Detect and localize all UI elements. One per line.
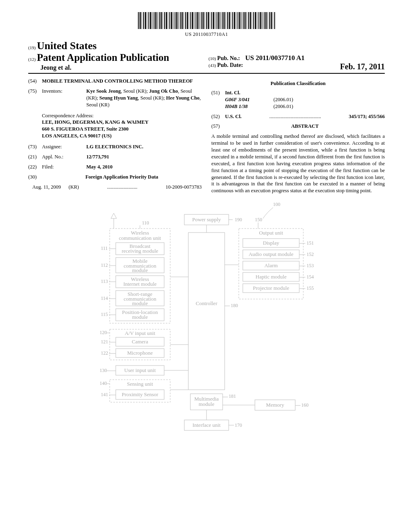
pub-date-label: Pub. Date: [217,62,243,68]
assignee-value: LG ELECTRONICS INC. [86,143,202,150]
foreign-number: 10-2009-0073783 [165,184,202,191]
svg-marker-13 [111,213,117,218]
header-inventor-line: Jeong et al. [28,64,204,71]
label-power: Power supply [192,216,221,222]
inventors-value: Kye Sook Jeong, Seoul (KR); Jung Ok Cho,… [86,88,202,108]
svg-text:module: module [132,314,148,320]
inventors-label: Inventors: [42,88,86,108]
ref-114: 114 [101,295,108,301]
label-wcu-2: communication unit [119,235,161,241]
pub-no-value: US 2011/0037710 A1 [245,54,305,62]
ref-122: 122 [101,350,108,356]
country-name: United States [37,40,97,52]
svg-text:module: module [132,267,148,273]
label-alarm: Alarm [264,262,277,268]
abstract-text: A mobile terminal and controlling method… [211,133,385,194]
classification-heading: Publication Classification [211,80,385,87]
row-intcl: (51) Int. Cl. G06F 3/041 (2006.01) H04B … [211,89,385,110]
row-appl-no: (21) Appl. No.: 12/773,791 [28,154,202,160]
pub-tag: (12) [28,57,35,62]
label-interface: Interface unit [192,422,221,428]
svg-rect-3 [188,233,225,390]
uscl-label: U.S. Cl. [225,113,242,120]
abstract-tag: (57) [211,123,225,130]
foreign-heading: Foreign Application Priority Data [42,174,202,181]
ref-111: 111 [101,245,108,251]
pub-no-tag: (10) [209,56,216,61]
ref-153: 153 [307,263,314,268]
intcl-tag: (51) [211,89,225,110]
foreign-date: Aug. 11, 2009 [32,184,69,191]
label-display: Display [263,240,280,246]
ref-110: 110 [142,220,149,226]
label-audio: Audio output module [248,251,293,257]
svg-text:Internet module: Internet module [123,281,157,287]
ref-120: 120 [100,330,107,335]
biblio-right-column: Publication Classification (51) Int. Cl.… [211,78,385,194]
intcl-year-0: (2006.01) [273,96,293,103]
inventor-name-1: Kye Sook Jeong [86,88,121,94]
label-multimedia-2: module [199,401,215,407]
label-haptic: Haptic module [256,274,287,280]
ref-154: 154 [307,274,314,280]
row-title: (54) MOBILE TERMINAL AND CONTROLLING MET… [28,78,202,85]
pub-date-tag: (43) [209,63,216,68]
uscl-dots: ........................................… [242,113,349,120]
assignee-tag: (73) [28,143,42,150]
ref-115: 115 [101,312,108,317]
label-memory: Memory [266,402,284,408]
row-foreign-heading: (30) Foreign Application Priority Data [28,174,202,181]
label-mic: Microphone [127,350,153,356]
pub-title: Patent Application Publication [37,52,169,63]
svg-text:module: module [132,300,148,306]
intcl-year-1: (2006.01) [273,103,293,110]
ref-190: 190 [235,217,242,222]
intcl-code-1: H04B 1/38 [225,103,273,110]
appl-tag: (21) [28,154,42,160]
assignee-label: Assignee: [42,143,86,150]
label-camera: Camera [132,339,148,345]
correspondence-block: Correspondence Address: LEE, HONG, DEGER… [42,112,202,140]
filed-value: May 4, 2010 [86,164,202,170]
bibliographic-section: (54) MOBILE TERMINAL AND CONTROLLING MET… [28,78,385,194]
header-left: (19) United States (12) Patent Applicati… [28,40,204,71]
inventor-name-4: Hee Young Cho [166,95,200,101]
label-av: A/V input unit [125,330,155,336]
ref-152: 152 [307,251,314,257]
ref-160: 160 [301,402,309,408]
ref-150: 150 [255,217,262,222]
pub-date-value: Feb. 17, 2011 [340,62,385,71]
inventor-name-2: Jung Ok Cho [149,88,178,94]
ref-130: 130 [100,368,107,373]
inventor-name-3: Seung Hyun Yang [99,95,138,101]
ref-113: 113 [101,278,108,284]
uscl-tag: (52) [211,113,225,120]
abstract-label: ABSTRACT [225,123,385,130]
ref-112: 112 [101,262,108,268]
foreign-country: (KR) [69,184,79,191]
label-output: Output unit [259,230,283,236]
row-inventors: (75) Inventors: Kye Sook Jeong, Seoul (K… [28,88,202,108]
label-sensing: Sensing unit [127,381,153,387]
intcl-code-0: G06F 3/041 [225,96,273,103]
pub-no-label: Pub. No.: [217,55,240,61]
label-controller: Controller [196,300,217,306]
ref-180: 180 [231,303,238,308]
ref-121: 121 [101,339,108,345]
uscl-value: 345/173; 455/566 [349,113,385,120]
correspondence-heading: Correspondence Address: [42,112,202,119]
title-tag: (54) [28,78,42,85]
ref-155: 155 [307,285,314,291]
barcode-graphic [138,12,275,29]
appl-label: Appl. No.: [42,154,86,160]
patent-page: US 20110037710A1 (19) United States (12)… [0,0,413,532]
row-abstract-heading: (57) ABSTRACT [211,123,385,130]
filed-label: Filed: [42,164,86,170]
ref-170: 170 [235,422,242,428]
correspondence-street: 660 S. FIGUEROA STREET, Suite 2300 [42,126,202,133]
foreign-dots: ........................ [79,184,166,191]
barcode-block: US 20110037710A1 [28,12,385,37]
row-filed: (22) Filed: May 4, 2010 [28,164,202,170]
svg-text:receiving module: receiving module [122,248,159,254]
appl-value: 12/773,791 [86,154,202,160]
